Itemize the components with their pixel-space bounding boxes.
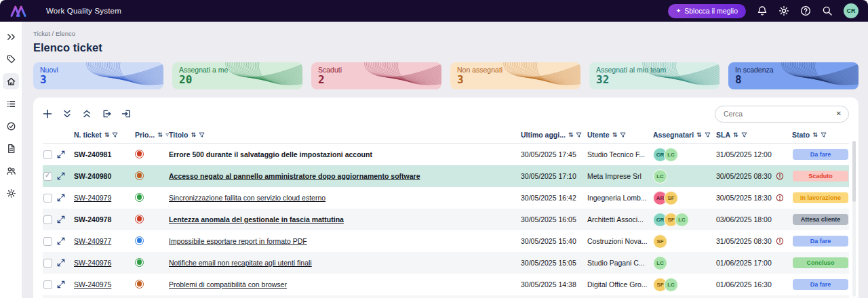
table-row[interactable]: SW-240976 Notifiche email non recapitate… <box>43 252 849 274</box>
ticket-number-link[interactable]: SW-240978 <box>74 215 111 224</box>
sort-icon[interactable]: ⇅ <box>612 131 618 138</box>
expand-row-icon[interactable] <box>57 215 65 224</box>
stat-card[interactable]: Nuovi 3 <box>33 62 163 89</box>
filter-icon[interactable] <box>199 132 205 138</box>
column-header[interactable]: N. ticket ⇅ <box>74 131 135 139</box>
ticket-number-link[interactable]: SW-240980 <box>74 172 111 180</box>
stat-card[interactable]: Assegnati al mio team 32 <box>589 62 719 89</box>
ticket-number-link[interactable]: SW-240977 <box>74 237 111 245</box>
table-row[interactable]: SW-240978 Lentezza anomala del gestional… <box>43 209 849 230</box>
vertical-scrollbar[interactable] <box>852 141 856 297</box>
sort-icon[interactable]: ⇅ <box>568 131 574 138</box>
filter-icon[interactable] <box>741 132 747 138</box>
import-icon[interactable] <box>121 109 131 119</box>
ticket-number-link[interactable]: SW-240975 <box>74 280 111 289</box>
sidebar-item-ticket-list[interactable] <box>3 95 19 112</box>
sort-icon[interactable]: ⇅ <box>696 131 702 138</box>
user-name: Architetti Associ... <box>587 215 653 224</box>
priority-icon <box>135 171 144 180</box>
column-header[interactable]: Stato ⇅ <box>792 131 849 139</box>
stat-card[interactable]: In scadenza 8 <box>728 62 859 89</box>
sidebar-item-home[interactable] <box>3 73 19 89</box>
gear-icon[interactable] <box>778 5 789 16</box>
collapse-all-icon[interactable] <box>82 109 92 119</box>
clear-search-icon[interactable]: ✕ <box>836 110 842 117</box>
ticket-title-link[interactable]: Impossibile esportare report in formato … <box>169 237 307 245</box>
ticket-title-link[interactable]: Notifiche email non recapitate agli uten… <box>169 259 312 267</box>
sla-date: 30/05/2025 08:30 <box>716 172 772 180</box>
ticket-title-link[interactable]: Sincronizzazione fallita con servizio cl… <box>169 194 326 202</box>
ticket-title-link[interactable]: Problemi di compatibilità con browser <box>169 280 287 289</box>
sort-icon[interactable]: ⇅ <box>733 131 738 138</box>
sidebar-item-tasks[interactable] <box>3 118 19 134</box>
expand-row-icon[interactable] <box>57 237 65 245</box>
column-header-label: Prio... <box>135 131 155 139</box>
help-icon[interactable] <box>800 5 811 16</box>
sort-icon[interactable]: ⇅ <box>191 131 196 138</box>
row-checkbox[interactable] <box>43 280 52 289</box>
column-header[interactable]: Prio... ⇅ <box>135 131 169 139</box>
row-checkbox[interactable] <box>43 194 52 203</box>
sidebar-item-tags[interactable] <box>3 51 19 67</box>
bell-icon[interactable] <box>757 5 768 16</box>
filter-icon[interactable] <box>821 132 827 138</box>
search-icon[interactable] <box>822 5 833 16</box>
export-icon[interactable] <box>102 109 111 119</box>
row-checkbox[interactable] <box>43 259 52 268</box>
search-box[interactable]: ✕ <box>715 106 849 123</box>
sidebar-item-settings[interactable] <box>3 185 19 201</box>
table-row[interactable]: SW-240979 Sincronizzazione fallita con s… <box>43 187 849 209</box>
priority-icon <box>135 258 144 267</box>
stat-card[interactable]: Scaduti 2 <box>311 62 441 89</box>
table-row[interactable]: SW-240975 Problemi di compatibilità con … <box>43 274 849 295</box>
user-avatar[interactable]: CR <box>844 3 859 18</box>
expand-row-icon[interactable] <box>57 172 65 180</box>
sidebar-expand-button[interactable] <box>3 28 19 45</box>
scrollbar-thumb[interactable] <box>852 141 856 202</box>
column-header[interactable]: Ultimo aggi... ⇅ <box>521 131 587 139</box>
ticket-title-link[interactable]: Lentezza anomala del gestionale in fasci… <box>169 215 344 224</box>
expand-row-icon[interactable] <box>57 194 65 202</box>
sort-icon[interactable]: ⇅ <box>812 131 818 138</box>
expand-row-icon[interactable] <box>57 259 65 267</box>
stat-card[interactable]: Non assegnati 3 <box>450 62 580 89</box>
row-checkbox[interactable] <box>43 215 52 224</box>
column-header[interactable]: Assegnatari ⇅ <box>653 131 716 139</box>
sort-icon[interactable]: ⇅ <box>104 131 110 138</box>
table-row[interactable]: SW-240981 Errore 500 durante il salvatag… <box>43 144 849 165</box>
filter-icon[interactable] <box>620 132 626 138</box>
search-input[interactable] <box>722 109 836 119</box>
priority-icon <box>135 193 144 202</box>
table-body: SW-240981 Errore 500 durante il salvatag… <box>43 144 849 298</box>
ticket-title-link[interactable]: Accesso negato al pannello amministrator… <box>169 172 420 180</box>
column-header[interactable]: Titolo ⇅ <box>169 131 521 139</box>
filter-icon[interactable] <box>705 132 711 138</box>
upgrade-button[interactable]: ✦ Sblocca il meglio <box>668 4 746 18</box>
ticket-number-link[interactable]: SW-240981 <box>74 150 111 158</box>
expand-row-icon[interactable] <box>57 280 65 289</box>
table-row[interactable]: SW-240977 Impossibile esportare report i… <box>43 230 849 252</box>
status-badge: Da fare <box>793 236 848 247</box>
filter-icon[interactable] <box>576 132 582 138</box>
expand-row-icon[interactable] <box>57 150 65 158</box>
sidebar-item-documents[interactable] <box>3 140 19 156</box>
document-icon <box>6 144 16 154</box>
table-row[interactable]: SW-240980 Accesso negato al pannello amm… <box>43 165 849 187</box>
priority-icon <box>135 236 144 245</box>
sidebar-item-users[interactable] <box>3 163 19 179</box>
users-icon <box>6 166 16 176</box>
filter-icon[interactable] <box>112 132 118 138</box>
add-ticket-icon[interactable] <box>43 109 52 119</box>
expand-all-icon[interactable] <box>62 109 72 119</box>
sort-icon[interactable]: ⇅ <box>157 131 163 138</box>
stat-card[interactable]: Assegnati a me 20 <box>172 62 302 89</box>
column-header[interactable]: Utente ⇅ <box>587 131 653 139</box>
ticket-number-link[interactable]: SW-240976 <box>74 259 111 267</box>
ticket-title-link[interactable]: Errore 500 durante il salvataggio delle … <box>169 150 372 158</box>
ticket-number-link[interactable]: SW-240979 <box>74 194 111 202</box>
table-row[interactable]: SW-240974 Errore durante l'importazione … <box>43 295 849 298</box>
row-checkbox[interactable] <box>43 237 52 246</box>
row-checkbox[interactable] <box>43 150 52 159</box>
row-checkbox[interactable] <box>43 172 52 181</box>
column-header[interactable]: SLA ⇅ <box>716 131 792 139</box>
